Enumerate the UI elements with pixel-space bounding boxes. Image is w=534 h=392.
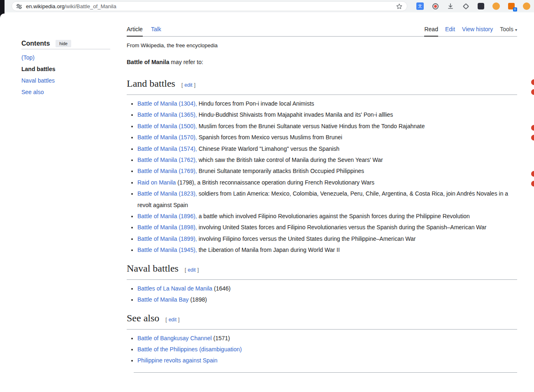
- list-item: Battles of La Naval de Manila (1646): [137, 283, 517, 294]
- edge-marker-dot: [531, 89, 534, 95]
- window-rounded-corner: [0, 14, 5, 30]
- contents-sidebar: Contents hide (Top)Land battlesNaval bat…: [21, 41, 110, 100]
- list-item: Battle of Manila (1365), Hindu-Buddhist …: [137, 109, 517, 120]
- browser-toolbar: en.wikipedia.org/wiki/Battle_of_Manila 文…: [0, 0, 534, 12]
- contents-header: Contents hide: [21, 41, 110, 49]
- translate-extension-icon[interactable]: 文: [416, 2, 424, 10]
- article-column: ArticleTalk ReadEditView historyTools▾ F…: [127, 12, 517, 373]
- section-heading-naval-battles: Naval battles[edit]: [127, 263, 517, 280]
- edit-section-link[interactable]: edit: [188, 267, 195, 273]
- list-item: Battle of Manila (1500), Muslim forces f…: [137, 121, 517, 132]
- record-extension-icon[interactable]: [432, 2, 439, 10]
- article-link[interactable]: Raid on Manila: [137, 179, 176, 186]
- chevron-down-icon: ▾: [515, 28, 517, 32]
- section-heading-text: Naval battles: [127, 263, 179, 274]
- site-settings-icon[interactable]: [16, 3, 22, 9]
- contents-nav: (Top)Land battlesNaval battlesSee also: [21, 54, 110, 95]
- url-bar[interactable]: en.wikipedia.org/wiki/Battle_of_Manila: [12, 1, 407, 11]
- list-item: Battle of Manila (1898), involving Unite…: [137, 222, 517, 233]
- profile-avatar[interactable]: [523, 2, 530, 10]
- sidebar-item-naval-battles[interactable]: Naval battles: [21, 77, 110, 84]
- article-link[interactable]: Battle of Manila (1823),: [137, 190, 197, 197]
- list-item: Battle of Manila (1304), Hindu forces fr…: [137, 98, 517, 109]
- edge-marker-dot: [531, 79, 534, 85]
- tab-tools[interactable]: Tools▾: [500, 26, 517, 37]
- sidebar-item-see-also[interactable]: See also: [21, 89, 110, 95]
- article-link[interactable]: Battle of Manila (1304),: [137, 100, 197, 107]
- edge-marker-dot: [531, 181, 534, 187]
- article-link[interactable]: Battle of Manila (1365),: [137, 111, 197, 118]
- site-tagline: From Wikipedia, the free encyclopedia: [127, 42, 517, 48]
- article-link[interactable]: Battle of Manila (1898),: [137, 224, 197, 231]
- edit-section-link[interactable]: edit: [184, 82, 192, 88]
- section-list-naval-battles: Battles of La Naval de Manila (1646)Batt…: [127, 283, 517, 306]
- sidebar-item-top[interactable]: (Top): [21, 54, 110, 61]
- list-item: Battle of Manila (1570), Spanish forces …: [137, 132, 517, 143]
- article-link[interactable]: Battle of Manila Bay: [137, 296, 189, 303]
- download-icon[interactable]: [447, 2, 454, 10]
- sections-host: Land battles[edit]Battle of Manila (1304…: [127, 78, 517, 367]
- tab-view-history[interactable]: View history: [462, 26, 493, 37]
- list-item: Battle of Manila Bay (1898): [137, 294, 517, 305]
- tab-read[interactable]: Read: [424, 26, 438, 37]
- article-link[interactable]: Battle of Manila (1570),: [137, 134, 197, 141]
- tab-article[interactable]: Article: [127, 26, 143, 37]
- article-link[interactable]: Battle of Manila (1574),: [137, 145, 197, 152]
- article-link[interactable]: Battle of Manila (1762),: [137, 157, 197, 163]
- footer-divider: [134, 372, 517, 373]
- section-edit-group: [edit]: [181, 82, 195, 88]
- badged-extension-icon[interactable]: 0: [508, 2, 515, 10]
- edge-marker-dot: [531, 135, 534, 141]
- article-link[interactable]: Battle of Bangkusay Channel: [137, 335, 212, 341]
- contents-title: Contents: [21, 40, 50, 47]
- diamond-extension-icon[interactable]: [462, 2, 469, 10]
- section-edit-group: [edit]: [185, 267, 199, 273]
- tab-edit[interactable]: Edit: [445, 26, 455, 37]
- page-tabs-row: ArticleTalk ReadEditView historyTools▾: [127, 26, 517, 37]
- section-edit-group: [edit]: [165, 317, 179, 323]
- intro-subject: Battle of Manila: [127, 59, 169, 65]
- section-heading-see-also: See also[edit]: [127, 313, 517, 330]
- bookmark-star-icon[interactable]: [396, 3, 403, 10]
- list-item: Philippine revolts against Spain: [137, 355, 517, 366]
- list-item: Battle of Manila (1899), involving Filip…: [137, 233, 517, 244]
- extension-icon-row: 文 0: [416, 0, 530, 12]
- window-top-corner: [0, 0, 5, 12]
- article-link[interactable]: Battle of Manila (1899),: [137, 235, 197, 242]
- edge-marker-dot: [531, 125, 534, 131]
- url-path: /wiki/Battle_of_Manila: [65, 3, 116, 9]
- dark-extension-icon[interactable]: [477, 2, 485, 10]
- sidebar-item-land-battles[interactable]: Land battles: [21, 66, 110, 72]
- article-link[interactable]: Philippine revolts against Spain: [137, 357, 218, 364]
- list-item: Battle of the Philippines (disambiguatio…: [137, 344, 517, 355]
- intro-rest: may refer to:: [169, 59, 203, 65]
- view-tabs: ReadEditView historyTools▾: [424, 26, 517, 36]
- list-item: Battle of Bangkusay Channel (1571): [137, 333, 517, 344]
- extension-badge: 0: [513, 7, 517, 12]
- list-item: Raid on Manila (1798), a British reconna…: [137, 177, 517, 188]
- section-heading-text: Land battles: [127, 78, 175, 89]
- article-link[interactable]: Battle of the Philippines (disambiguatio…: [137, 346, 242, 353]
- list-item: Battle of Manila (1574), Chinese Pirate …: [137, 143, 517, 154]
- list-item: Battle of Manila (1896), a battle which …: [137, 211, 517, 222]
- orange-extension-icon[interactable]: [492, 2, 500, 10]
- article-link[interactable]: Battle of Manila (1945),: [137, 247, 197, 253]
- article-link[interactable]: Battle of Manila (1769),: [137, 168, 197, 174]
- list-item: Battle of Manila (1769), Brunei Sultanat…: [137, 166, 517, 177]
- tab-talk[interactable]: Talk: [151, 26, 161, 37]
- intro-line: Battle of Manila may refer to:: [127, 58, 517, 66]
- section-list-see-also: Battle of Bangkusay Channel (1571)Battle…: [127, 333, 517, 367]
- list-item: Battle of Manila (1823), soldiers from L…: [137, 188, 517, 211]
- section-heading-text: See also: [127, 313, 159, 323]
- list-item: Battle of Manila (1945), the Liberation …: [137, 244, 517, 256]
- url-text[interactable]: en.wikipedia.org/wiki/Battle_of_Manila: [26, 3, 116, 9]
- article-link[interactable]: Battles of La Naval de Manila: [137, 285, 212, 292]
- record-dot-icon: [434, 5, 437, 8]
- edge-marker-dot: [531, 171, 534, 177]
- article-link[interactable]: Battle of Manila (1500),: [137, 123, 197, 129]
- list-item: Battle of Manila (1762), which saw the B…: [137, 154, 517, 166]
- article-link[interactable]: Battle of Manila (1896),: [137, 213, 197, 219]
- edit-section-link[interactable]: edit: [169, 317, 176, 323]
- section-list-land-battles: Battle of Manila (1304), Hindu forces fr…: [127, 98, 517, 256]
- hide-contents-button[interactable]: hide: [56, 40, 71, 47]
